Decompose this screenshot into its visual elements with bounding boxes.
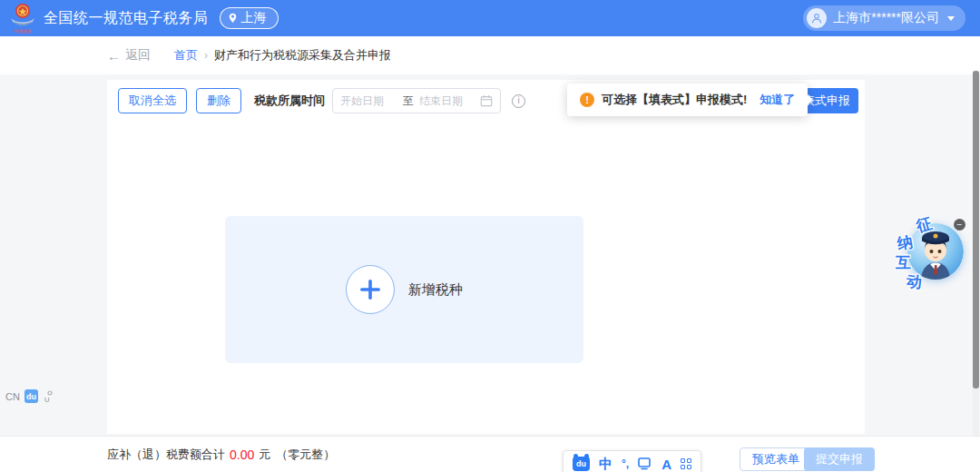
breadcrumb-separator: › <box>204 49 208 62</box>
ime-english-mode-icon[interactable]: A <box>662 457 671 472</box>
user-account-menu[interactable]: 上海市******限公司 <box>803 5 965 31</box>
tax-period-date-range-picker[interactable]: 开始日期 至 结束日期 <box>332 88 501 113</box>
user-icon <box>810 12 823 25</box>
add-tax-type-label: 新增税种 <box>408 281 463 299</box>
ime-tools-icon[interactable] <box>43 390 54 403</box>
location-label: 上海 <box>241 10 267 26</box>
back-button[interactable]: ← 返回 <box>107 47 151 64</box>
ime-language-indicator[interactable]: CN <box>5 391 20 402</box>
tax-bureau-page: 中国税务 全国统一规范电子税务局 上海 上海市******限公司 ← 返回 <box>0 0 980 472</box>
tax-period-label: 税款所属时间 <box>254 93 325 109</box>
company-name: 上海市******限公司 <box>833 10 939 26</box>
location-pin-icon <box>228 13 238 25</box>
preview-form-button[interactable]: 预览表单 <box>740 447 812 471</box>
total-unit: 元 <box>259 447 270 463</box>
ime-soft-keyboard-icon[interactable] <box>638 457 652 470</box>
footer-bar: 应补（退）税费额合计 0.00 元 （零元整） 预览表单 提交申报 <box>0 436 980 472</box>
tax-officer-avatar-icon <box>907 223 964 280</box>
app-title: 全国统一规范电子税务局 <box>44 9 209 28</box>
vertical-scrollbar-thumb[interactable] <box>973 71 979 388</box>
total-amount-value: 0.00 <box>230 447 254 462</box>
interaction-widget: 征 纳 互 动 − <box>895 214 967 294</box>
mode-notice-tooltip: ! 可选择【填表式】申报模式! 知道了 <box>567 84 808 116</box>
info-icon[interactable]: i <box>512 94 525 108</box>
tax-bureau-logo-icon: 中国税务 <box>9 3 36 34</box>
breadcrumb: ← 返回 首页 › 财产和行为税税源采集及合并申报 <box>0 36 980 74</box>
header-bar: 中国税务 全国统一规范电子税务局 上海 上海市******限公司 <box>0 0 980 36</box>
plus-circle <box>346 265 395 314</box>
total-label: 应补（退）税费额合计 <box>107 447 225 463</box>
baidu-ime-icon[interactable]: du <box>24 389 38 403</box>
total-amount-words: （零元整） <box>276 447 335 463</box>
toolbar: 取消全选 删除 税款所属时间 开始日期 至 结束日期 i <box>118 88 525 113</box>
notice-confirm-link[interactable]: 知道了 <box>760 92 795 108</box>
ime-toolbox-grid-icon[interactable] <box>681 458 691 469</box>
chevron-down-icon <box>947 16 955 21</box>
submit-declaration-button[interactable]: 提交申报 <box>804 447 875 471</box>
logo-caption: 中国税务 <box>14 28 32 34</box>
notice-message: 可选择【填表式】申报模式! <box>602 92 747 108</box>
ime-mini-status: CN du <box>5 389 54 403</box>
widget-minimize-button[interactable]: − <box>954 219 965 231</box>
back-arrow-icon: ← <box>107 48 121 64</box>
tax-officer-assistant-button[interactable] <box>907 223 964 280</box>
breadcrumb-home-link[interactable]: 首页 <box>174 47 198 64</box>
warning-icon: ! <box>580 93 594 107</box>
plus-icon <box>358 278 382 301</box>
back-label: 返回 <box>125 47 151 64</box>
calendar-icon <box>480 94 493 107</box>
user-avatar <box>807 8 827 28</box>
ime-chinese-mode-icon[interactable]: 中 <box>599 456 612 472</box>
main-panel: 取消全选 删除 税款所属时间 开始日期 至 结束日期 i <box>107 80 865 434</box>
breadcrumb-current-page: 财产和行为税税源采集及合并申报 <box>214 47 391 64</box>
cancel-select-all-button[interactable]: 取消全选 <box>118 88 187 113</box>
ime-punctuation-icon[interactable]: °, <box>622 457 629 470</box>
start-date-input[interactable]: 开始日期 <box>340 93 397 109</box>
location-selector[interactable]: 上海 <box>220 7 279 29</box>
baidu-ime-logo-icon[interactable]: du <box>573 457 590 471</box>
date-range-to-label: 至 <box>401 93 416 109</box>
vertical-scrollbar-track[interactable] <box>973 71 979 472</box>
add-tax-type-card[interactable]: 新增税种 <box>225 216 583 363</box>
end-date-input[interactable]: 结束日期 <box>419 93 476 109</box>
total-amount-line: 应补（退）税费额合计 0.00 元 （零元整） <box>107 437 335 472</box>
ime-language-bar: du 中 °, A <box>563 450 701 472</box>
delete-button[interactable]: 删除 <box>196 88 241 113</box>
